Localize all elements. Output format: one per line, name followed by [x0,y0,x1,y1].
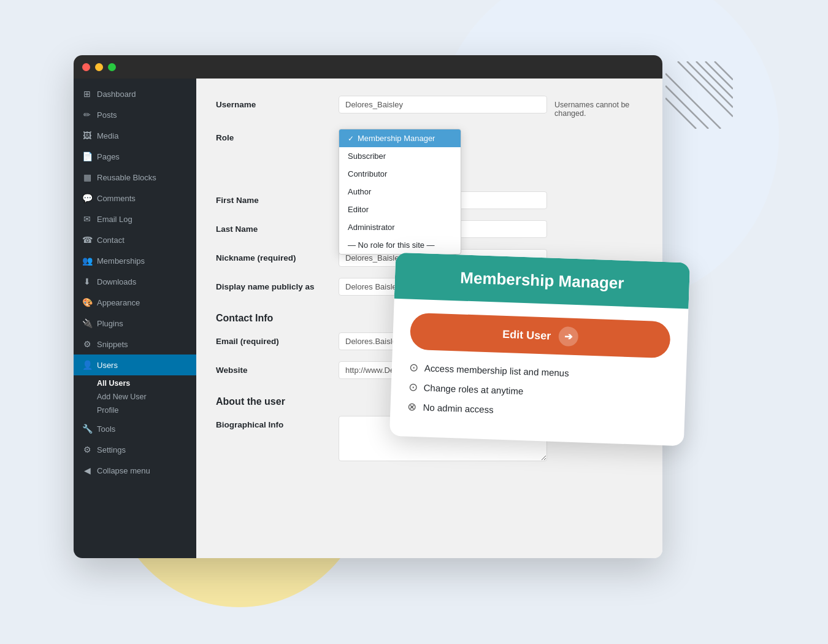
settings-icon: ⚙ [82,445,92,454]
checkmark-icon: ✓ [348,134,354,143]
check-circle-icon: ⊙ [408,361,418,375]
sidebar-item-snippets[interactable]: ⚙ Snippets [74,334,196,355]
role-option-label: Membership Manager [358,134,435,143]
role-option-subscriber[interactable]: Subscriber [339,147,461,165]
sidebar-item-email-log[interactable]: ✉ Email Log [74,209,196,229]
sidebar: ⊞ Dashboard ✏ Posts 🖼 Media 📄 Pages ▦ Re… [74,79,196,558]
plugins-icon: 🔌 [82,318,92,328]
sidebar-item-label: Media [97,131,118,140]
x-circle-icon: ⊗ [407,400,417,414]
sidebar-users-submenu: All Users Add New User Profile [74,375,196,418]
role-option-editor[interactable]: Editor [339,201,461,218]
feature-text: No admin access [423,402,494,415]
website-label: Website [216,361,339,375]
sidebar-item-label: Users [97,361,118,370]
sidebar-item-settings[interactable]: ⚙ Settings [74,439,196,460]
memberships-icon: 👥 [82,256,92,266]
sidebar-item-label: Memberships [97,256,145,266]
sidebar-item-label: Settings [97,445,126,454]
card-body: Edit User ➔ ⊙ Access membership list and… [389,299,689,447]
sidebar-item-contact[interactable]: ☎ Contact [74,229,196,250]
title-bar [74,55,662,79]
role-option-label: Subscriber [348,151,386,161]
sidebar-item-label: Posts [97,110,117,120]
role-option-label: Contributor [348,169,387,178]
role-option-label: Author [348,187,371,196]
email-label: Email (required) [216,332,339,346]
sidebar-item-appearance[interactable]: 🎨 Appearance [74,292,196,313]
display-name-label: Display name publicly as [216,278,339,291]
sidebar-item-label: Collapse menu [97,466,150,475]
sidebar-item-plugins[interactable]: 🔌 Plugins [74,313,196,334]
sidebar-item-users[interactable]: 👤 Users [74,355,196,375]
sidebar-item-label: Plugins [97,319,123,328]
arrow-circle-icon: ➔ [558,326,578,347]
contact-icon: ☎ [82,235,92,245]
dashboard-icon: ⊞ [82,89,92,99]
svg-line-1 [687,61,733,107]
role-option-no-role[interactable]: — No role for this site — [339,236,461,254]
username-control-area [339,96,547,113]
feature-no-admin: ⊗ No admin access [407,400,668,423]
sidebar-item-posts[interactable]: ✏ Posts [74,104,196,125]
downloads-icon: ⬇ [82,277,92,286]
role-option-contributor[interactable]: Contributor [339,165,461,183]
appearance-icon: 🎨 [82,297,92,307]
traffic-light-green[interactable] [108,63,116,71]
card-title: Membership Manager [412,267,672,295]
traffic-light-red[interactable] [82,63,90,71]
reusable-blocks-icon: ▦ [82,172,92,182]
role-option-membership-manager[interactable]: ✓ Membership Manager [339,129,461,147]
posts-icon: ✏ [82,110,92,120]
first-name-label: First Name [216,191,339,205]
tools-icon: 🔧 [82,424,92,434]
sidebar-item-pages[interactable]: 📄 Pages [74,146,196,167]
email-log-icon: ✉ [82,214,92,224]
sidebar-item-comments[interactable]: 💬 Comments [74,188,196,209]
users-icon: 👤 [82,360,92,370]
sidebar-item-label: Reusable Blocks [97,173,156,182]
sidebar-item-dashboard[interactable]: ⊞ Dashboard [74,83,196,104]
username-label: Username [216,96,339,109]
sidebar-item-reusable-blocks[interactable]: ▦ Reusable Blocks [74,167,196,188]
edit-user-button[interactable]: Edit User ➔ [410,313,671,359]
sidebar-item-label: Downloads [97,277,136,286]
sidebar-add-new-user[interactable]: Add New User [97,390,196,404]
diagonal-lines-decoration [665,61,733,131]
role-option-author[interactable]: Author [339,183,461,201]
sidebar-all-users[interactable]: All Users [97,377,196,390]
role-option-administrator[interactable]: Administrator [339,218,461,236]
sidebar-item-media[interactable]: 🖼 Media [74,125,196,146]
sidebar-item-collapse[interactable]: ◀ Collapse menu [74,460,196,481]
sidebar-item-label: Tools [97,424,115,434]
role-dropdown-menu[interactable]: ✓ Membership Manager Subscriber Contribu… [339,129,461,255]
svg-line-6 [665,86,708,129]
sidebar-item-memberships[interactable]: 👥 Memberships [74,250,196,271]
sidebar-item-label: Pages [97,152,120,161]
feature-change-roles: ⊙ Change roles at anytime [408,380,669,403]
svg-line-5 [665,74,721,129]
sidebar-profile[interactable]: Profile [97,404,196,417]
username-row: Username Usernames cannot be changed. [216,96,643,118]
sidebar-item-label: Appearance [97,298,140,307]
sidebar-item-label: Dashboard [97,90,136,99]
role-option-label: Administrator [348,223,395,232]
username-hint: Usernames cannot be changed. [554,96,643,118]
nickname-label: Nickname (required) [216,249,339,263]
username-input[interactable] [339,96,547,113]
edit-user-button-label: Edit User [502,328,551,342]
pages-icon: 📄 [82,151,92,161]
sidebar-item-downloads[interactable]: ⬇ Downloads [74,271,196,292]
sidebar-item-tools[interactable]: 🔧 Tools [74,418,196,439]
feature-text: Change roles at anytime [423,382,523,396]
snippets-icon: ⚙ [82,339,92,349]
membership-card: Membership Manager Edit User ➔ ⊙ Access … [389,253,690,447]
traffic-light-yellow[interactable] [95,63,103,71]
role-row: Role ✓ Membership Manager Subscriber Con… [216,129,643,142]
role-option-label: — No role for this site — [348,240,435,250]
comments-icon: 💬 [82,193,92,203]
collapse-icon: ◀ [82,466,92,475]
sidebar-item-label: Contact [97,236,125,245]
bio-label: Biographical Info [216,416,339,429]
feature-text: Access membership list and menus [424,362,569,378]
